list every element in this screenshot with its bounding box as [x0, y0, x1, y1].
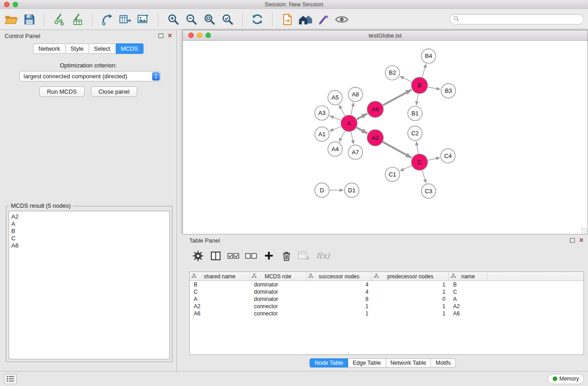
table-cell[interactable]: 8 — [306, 296, 372, 302]
zoom-in-icon[interactable] — [166, 12, 180, 27]
delete-row-icon[interactable] — [280, 250, 292, 262]
edge-B-B4[interactable] — [422, 64, 426, 77]
tab-motifs[interactable]: Motifs — [431, 358, 455, 367]
table-row[interactable]: Cdominator41C — [190, 288, 583, 295]
tab-mcds[interactable]: MCDS — [116, 43, 143, 54]
graph-node-B3[interactable]: B3 — [441, 84, 456, 98]
table-row[interactable]: A6connector11A6 — [190, 310, 583, 317]
table-cell[interactable]: B — [449, 281, 488, 288]
zoom-out-icon[interactable] — [184, 12, 198, 27]
tab-select[interactable]: Select — [89, 43, 116, 54]
close-table-panel-icon[interactable]: × — [579, 237, 583, 243]
table-cell[interactable]: C — [190, 289, 250, 295]
edge-C-C4[interactable] — [428, 157, 440, 160]
column-header-successor-nodes[interactable]: successor nodes — [306, 272, 372, 281]
graph-node-C[interactable]: C — [411, 154, 428, 170]
export-image-icon[interactable] — [136, 12, 150, 27]
table-cell[interactable]: A — [449, 296, 488, 302]
table-cell[interactable]: A6 — [449, 310, 488, 317]
graph-node-A[interactable]: A — [341, 115, 357, 132]
table-cell[interactable]: 1 — [372, 310, 449, 317]
edge-B-B1[interactable] — [416, 94, 418, 105]
table-cell[interactable]: 1 — [306, 303, 372, 310]
show-panels-button[interactable] — [4, 374, 17, 384]
tab-style[interactable]: Style — [66, 43, 89, 54]
function-builder-button[interactable]: f(x) — [316, 251, 330, 260]
network-table-icon[interactable] — [118, 12, 132, 27]
table-cell[interactable]: 1 — [372, 289, 449, 295]
graph-node-C1[interactable]: C1 — [385, 167, 400, 181]
column-edit-icon[interactable] — [374, 273, 379, 280]
graph-node-D1[interactable]: D1 — [344, 183, 359, 197]
table-cell[interactable]: connector — [250, 303, 306, 310]
table-cell[interactable]: connector — [250, 310, 306, 317]
table-cell[interactable]: 4 — [306, 281, 372, 288]
column-header-shared-name[interactable]: shared name — [190, 272, 250, 281]
column-header-mcds-role[interactable]: MCDS role — [250, 272, 306, 281]
table-cell[interactable]: C — [449, 289, 488, 295]
network-zoom-traffic-light[interactable] — [206, 33, 211, 38]
criterion-dropdown[interactable]: largest connected component (directed) ▲… — [19, 71, 161, 81]
close-control-panel-icon[interactable]: × — [168, 33, 172, 39]
edge-A-A1[interactable] — [330, 127, 341, 131]
memory-button[interactable]: Memory — [548, 374, 584, 384]
edge-A-A8[interactable] — [351, 102, 354, 115]
refresh-network-icon[interactable] — [250, 12, 264, 27]
table-row[interactable]: Bdominator41B — [190, 281, 583, 288]
share-network-icon[interactable] — [100, 12, 114, 27]
table-cell[interactable]: 4 — [306, 289, 372, 295]
delete-column-icon[interactable] — [298, 250, 310, 262]
edge-B-B3[interactable] — [428, 87, 440, 89]
graph-node-A8[interactable]: A8 — [348, 87, 363, 102]
tab-node-table[interactable]: Node Table — [310, 358, 348, 367]
column-header-name[interactable]: name — [449, 272, 488, 281]
graph-node-A3[interactable]: A3 — [315, 106, 329, 120]
tab-network[interactable]: Network — [33, 43, 66, 54]
column-edit-icon[interactable] — [191, 273, 196, 280]
network-close-traffic-light[interactable] — [188, 33, 194, 38]
table-row[interactable]: A2connector11A2 — [190, 303, 583, 310]
table-cell[interactable]: 1 — [372, 303, 449, 310]
column-edit-icon[interactable] — [308, 273, 313, 280]
table-cell[interactable]: A2 — [190, 303, 250, 310]
deselect-all-icon[interactable] — [245, 250, 257, 262]
edge-A6-B[interactable] — [383, 90, 412, 105]
mcds-result-item[interactable]: A — [9, 220, 169, 228]
edge-C-C3[interactable] — [422, 170, 426, 183]
network-canvas[interactable]: AA1A2A3A4A5A6A7A8BB1B2B3B4CC1C2C3C4DD1 — [183, 41, 588, 234]
table-cell[interactable]: A6 — [190, 310, 250, 317]
table-cell[interactable]: 1 — [306, 310, 372, 317]
open-file-icon[interactable] — [4, 12, 18, 27]
table-cell[interactable]: dominator — [250, 289, 306, 295]
graph-node-A1[interactable]: A1 — [315, 127, 329, 142]
run-mcds-button[interactable]: Run MCDS — [39, 86, 85, 97]
edge-C-C2[interactable] — [416, 141, 418, 153]
tab-edge-table[interactable]: Edge Table — [348, 358, 386, 367]
graph-node-B2[interactable]: B2 — [385, 66, 400, 80]
edge-B-B2[interactable] — [400, 76, 411, 81]
graph-node-A6[interactable]: A6 — [367, 101, 383, 118]
edge-A-A3[interactable] — [330, 116, 341, 120]
home-icon[interactable] — [298, 12, 312, 27]
show-hide-icon[interactable] — [335, 12, 349, 27]
close-panel-button[interactable]: Close panel — [91, 86, 138, 97]
graph-node-D[interactable]: D — [315, 183, 329, 197]
graph-node-B[interactable]: B — [411, 77, 428, 94]
edge-A-A4[interactable] — [339, 131, 345, 142]
table-cell[interactable]: 0 — [372, 296, 449, 302]
table-cell[interactable]: B — [190, 281, 250, 288]
graph-node-B4[interactable]: B4 — [421, 49, 436, 63]
table-row[interactable]: Adominator80A — [190, 295, 583, 303]
column-edit-icon[interactable] — [451, 273, 456, 280]
table-cell[interactable]: 1 — [372, 281, 449, 288]
mcds-result-item[interactable]: A2 — [9, 213, 169, 220]
edge-A-A7[interactable] — [351, 132, 354, 144]
mcds-result-item[interactable]: B — [9, 228, 169, 235]
resize-grip[interactable] — [581, 228, 587, 234]
annotation-icon[interactable] — [316, 12, 330, 27]
columns-icon[interactable] — [210, 250, 222, 262]
network-minimize-traffic-light[interactable] — [197, 33, 202, 38]
column-edit-icon[interactable] — [252, 273, 257, 280]
graph-node-C4[interactable]: C4 — [441, 148, 455, 163]
edge-C-C1[interactable] — [400, 166, 411, 171]
